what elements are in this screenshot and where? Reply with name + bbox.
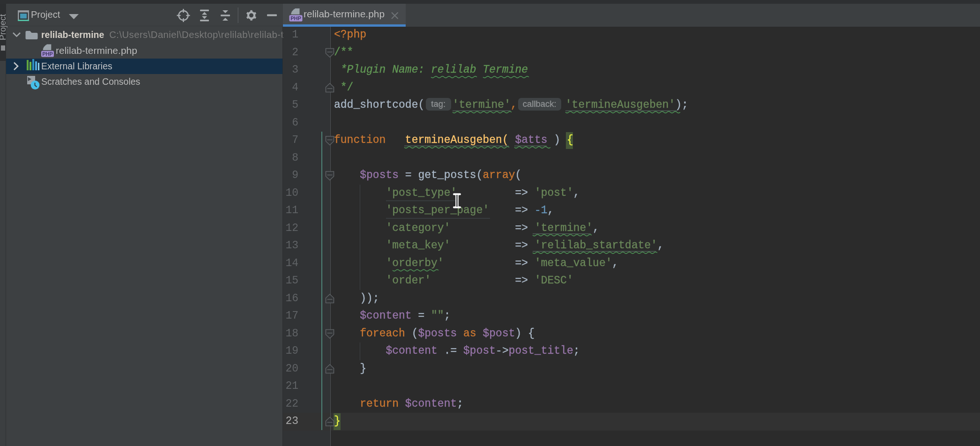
svg-text:PHP: PHP xyxy=(290,15,301,21)
svg-text:PHP: PHP xyxy=(42,51,53,57)
